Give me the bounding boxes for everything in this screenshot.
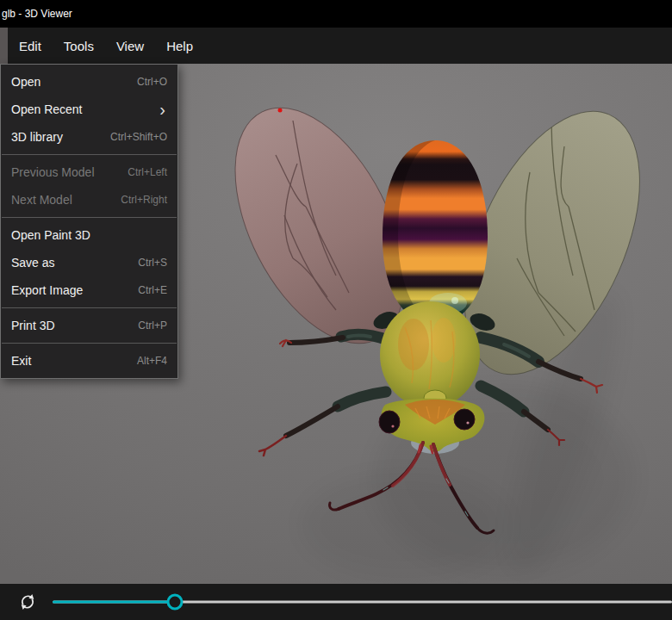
repeat-icon xyxy=(18,592,37,611)
menu-view[interactable]: View xyxy=(105,28,155,64)
bee-thorax xyxy=(380,301,480,408)
shortcut-label: Ctrl+Shift+O xyxy=(110,131,167,143)
menu-item-previous-model: Previous Model Ctrl+Left xyxy=(1,158,177,186)
menu-item-exit[interactable]: Exit Alt+F4 xyxy=(1,347,177,375)
shortcut-label: Ctrl+S xyxy=(138,257,167,269)
menu-item-save-as[interactable]: Save as Ctrl+S xyxy=(1,249,177,276)
slider-thumb[interactable] xyxy=(166,594,183,611)
menu-tools[interactable]: Tools xyxy=(53,28,105,64)
menu-help[interactable]: Help xyxy=(155,28,204,64)
bee-eye-left xyxy=(379,411,400,433)
shortcut-label: Ctrl+O xyxy=(137,76,167,88)
menu-item-open[interactable]: Open Ctrl+O xyxy=(1,68,177,96)
menu-bar: Edit Tools View Help xyxy=(0,28,672,64)
menu-item-next-model: Next Model Ctrl+Right xyxy=(1,186,177,214)
playback-bar xyxy=(0,584,672,620)
shortcut-label: Alt+F4 xyxy=(137,355,167,367)
timeline-slider[interactable] xyxy=(53,584,672,620)
shortcut-label: Ctrl+Right xyxy=(121,194,167,206)
menu-edit[interactable]: Edit xyxy=(8,28,53,64)
shortcut-label: Ctrl+P xyxy=(138,319,167,332)
menu-separator xyxy=(2,307,177,308)
shortcut-label: Ctrl+E xyxy=(138,284,167,296)
menu-item-print-3d[interactable]: Print 3D Ctrl+P xyxy=(1,312,177,339)
submenu-chevron-icon: › xyxy=(159,103,165,115)
title-bar: glb - 3D Viewer xyxy=(0,0,672,28)
file-menu-dropdown: Open Ctrl+O Open Recent › 3D library Ctr… xyxy=(0,64,178,379)
shortcut-label: Ctrl+Left xyxy=(128,166,167,178)
menu-item-open-recent[interactable]: Open Recent › xyxy=(1,96,177,123)
slider-track-fill xyxy=(53,601,175,604)
loop-toggle-button[interactable] xyxy=(17,592,38,612)
red-marker-dot xyxy=(278,108,283,113)
menu-item-open-paint-3d[interactable]: Open Paint 3D xyxy=(1,221,177,249)
bee-abdomen xyxy=(383,140,488,327)
menu-item-3d-library[interactable]: 3D library Ctrl+Shift+O xyxy=(1,123,177,151)
bee-eye-right xyxy=(454,409,475,430)
menu-separator xyxy=(2,217,177,218)
file-menu-button-pressed[interactable] xyxy=(0,28,8,64)
menu-item-export-image[interactable]: Export Image Ctrl+E xyxy=(1,276,177,304)
menu-separator xyxy=(2,343,177,344)
window-title: glb - 3D Viewer xyxy=(2,8,72,20)
menu-separator xyxy=(2,154,177,155)
